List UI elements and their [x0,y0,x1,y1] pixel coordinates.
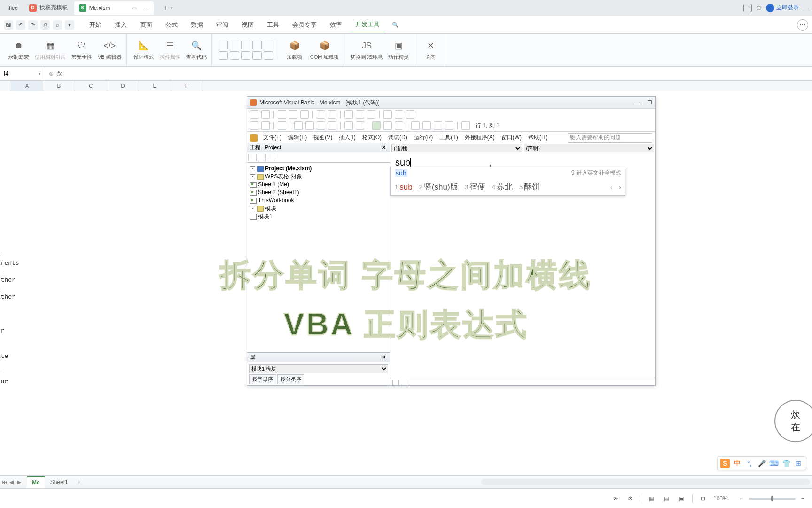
qa-dropdown-icon[interactable]: ▾ [65,20,74,30]
view-code-button[interactable]: 🔍查看代码 [186,40,207,61]
new-tab-button[interactable]: + [163,4,167,12]
vba-tb-icon[interactable] [445,121,453,130]
vba-minimize-icon[interactable]: — [634,99,640,106]
vba-tb-icon[interactable] [278,110,286,119]
prop-tab-category[interactable]: 按分类序 [277,374,304,384]
ribbon-tab-data[interactable]: 数据 [185,18,209,32]
ribbon-tab-efficiency[interactable]: 效率 [324,18,348,32]
col-header-f[interactable]: F [171,81,203,91]
vba-run-icon[interactable] [372,121,381,130]
vba-menu-view[interactable]: 视图(V) [311,134,335,142]
redo-icon[interactable]: ↷ [28,20,38,30]
vba-tb-icon[interactable] [278,121,286,130]
ime-lang-icon[interactable]: 中 [733,459,742,468]
project-close-icon[interactable]: ✕ [380,144,387,151]
cell[interactable]: pour [0,378,8,385]
col-header-c[interactable]: C [75,81,107,91]
vba-tb-icon[interactable] [395,110,403,119]
vba-tb-icon[interactable] [344,110,353,119]
vba-tb-icon[interactable] [344,121,353,130]
ribbon-tab-formula[interactable]: 公式 [160,18,183,32]
properties-close-icon[interactable]: ✕ [380,354,387,361]
ribbon-tab-developer[interactable]: 开发工具 [350,17,385,32]
zoom-slider[interactable] [749,498,796,500]
cell[interactable]: na [0,268,1,275]
ime-voice-icon[interactable]: 🎤 [757,459,766,468]
tab-docer[interactable]: D 找稻壳模板 [24,1,72,15]
js-env-button[interactable]: JS切换到JS环境 [351,40,383,61]
vba-menu-file[interactable]: 文件(F) [260,134,284,142]
vba-tb-icon[interactable] [406,110,414,119]
close-button[interactable]: ✕关闭 [421,40,440,61]
zoom-out-icon[interactable]: − [740,495,743,502]
addins-button[interactable]: 📦加载项 [285,40,304,61]
sheet-tab-me[interactable]: Me [27,476,45,488]
ime-skin-icon[interactable]: 👕 [781,459,791,468]
cell[interactable]: nother [0,277,16,284]
vba-stop-icon[interactable] [395,121,403,130]
ribbon-more-icon[interactable]: ⋯ [797,19,808,31]
project-tab-icon[interactable] [258,154,266,161]
ime-candidate[interactable]: 5酥饼 [519,182,540,192]
col-header-e[interactable]: E [139,81,171,91]
properties-object-select[interactable]: 模块1 模块 [249,364,388,373]
control-icon[interactable] [252,41,262,49]
vba-menu-addins[interactable]: 外接程序(A) [462,134,498,142]
tab-dropdown-icon[interactable]: ▾ [171,6,173,10]
full-view-icon[interactable] [401,380,407,385]
vba-tb-icon[interactable] [422,121,431,130]
cube-icon[interactable]: ⬡ [757,5,761,11]
minimize-icon[interactable]: — [804,5,809,11]
project-tab-icon[interactable] [267,154,275,161]
name-box[interactable]: I4 ▾ [0,67,45,80]
app-icon[interactable] [743,4,752,12]
vba-tb-icon[interactable] [356,121,364,130]
reading-view-icon[interactable]: ▣ [677,494,687,503]
tab-me-xlsm[interactable]: S Me.xlsm ▭ ⋯ [74,1,154,15]
vba-tb-icon[interactable] [356,110,364,119]
vba-tb-icon[interactable] [250,110,258,119]
vba-tb-icon[interactable] [434,121,442,130]
zoom-level[interactable]: 100% [713,495,734,502]
vba-tb-icon[interactable] [383,110,392,119]
vba-object-select[interactable]: (通用) [391,144,522,152]
sheet-nav-next-icon[interactable]: ▶ [17,479,23,485]
ime-punct-icon[interactable]: °, [745,459,754,468]
tab-close-icon[interactable]: ⋯ [143,5,149,11]
cell[interactable]: pa [0,285,1,292]
sheet-nav-first-icon[interactable]: ⏮ [2,479,8,485]
ime-candidate[interactable]: 4苏北 [492,182,513,192]
vba-tb-icon[interactable] [300,110,309,119]
fx-label[interactable]: fx [57,71,62,77]
ribbon-tab-review[interactable]: 审阅 [211,18,234,32]
ime-next-icon[interactable]: › [619,183,621,191]
vba-pause-icon[interactable] [383,121,392,130]
macro-security-button[interactable]: 🛡宏安全性 [71,40,92,61]
vba-menu-debug[interactable]: 调试(D) [385,134,410,142]
zoom-in-icon[interactable]: + [801,495,804,502]
relative-ref-button[interactable]: ▦使用相对引用 [35,40,66,61]
vba-tb-icon[interactable] [261,110,270,119]
gear-icon[interactable]: ⚙ [626,494,635,503]
control-icon[interactable] [241,51,250,60]
cell[interactable]: ts [0,251,1,258]
control-icon[interactable] [219,51,228,60]
cell[interactable]: father [0,294,16,301]
control-props-button[interactable]: ☰控件属性 [160,40,180,61]
col-header-b[interactable]: B [43,81,75,91]
cancel-icon[interactable]: ⊗ [49,71,54,77]
vba-tb-icon[interactable] [367,110,375,119]
vba-tb-icon[interactable] [294,121,303,130]
control-icon[interactable] [219,41,228,49]
vba-tb-icon[interactable] [328,121,336,130]
vb-editor-button[interactable]: </>VB 编辑器 [98,40,122,61]
vba-tb-icon[interactable] [317,110,325,119]
sheet-nav-prev-icon[interactable]: ◀ [9,479,16,485]
vba-help-search[interactable]: 键入需要帮助的问题 [568,133,652,143]
vba-menu-window[interactable]: 窗口(W) [499,134,524,142]
cell[interactable]: ter [0,327,4,334]
cell[interactable]: nate [0,353,8,360]
qa-icon-5[interactable]: ⌕ [53,20,62,30]
cell[interactable]: parents [0,260,19,267]
col-header-d[interactable]: D [107,81,139,91]
